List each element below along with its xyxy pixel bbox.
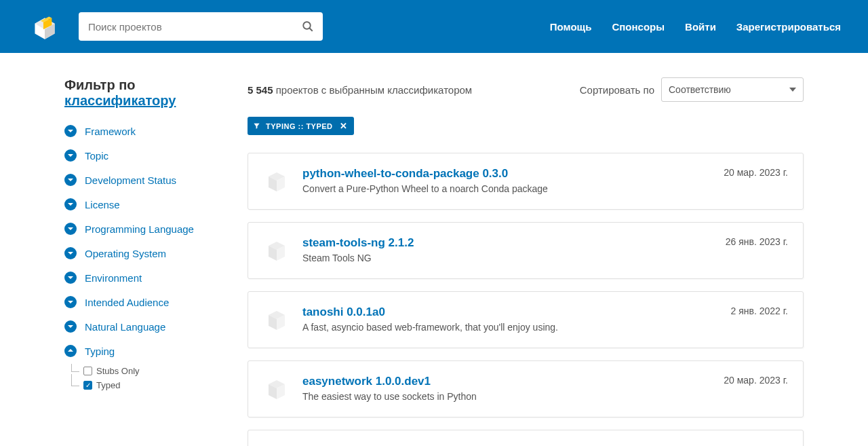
result-description: Convert a Pure-Python Wheel to a noarch … xyxy=(302,183,711,194)
facet-option[interactable]: Typed xyxy=(71,378,227,392)
sidebar: Фильтр по классификатору Framework Topic… xyxy=(64,77,227,446)
facet-label: Topic xyxy=(85,150,108,162)
chevron-down-icon xyxy=(64,296,77,308)
chevron-down-icon xyxy=(64,174,77,186)
facet-label: Intended Audience xyxy=(85,297,169,308)
facet-label: Framework xyxy=(85,126,136,137)
package-icon xyxy=(263,238,290,265)
filter-chip: TYPING :: TYPED ✕ xyxy=(248,117,354,135)
package-icon xyxy=(263,376,290,403)
chip-remove[interactable]: ✕ xyxy=(338,121,349,131)
results-count: 5 545 проектов с выбранным классификатор… xyxy=(248,84,472,96)
results-count-suffix: проектов с выбранным классификатором xyxy=(273,84,473,96)
facet-label: Natural Language xyxy=(85,321,165,333)
facet-label: Development Status xyxy=(85,174,176,186)
results-count-number: 5 545 xyxy=(248,84,273,96)
facet-operating system[interactable]: Operating System xyxy=(64,247,227,259)
header-nav: Помощь Спонсоры Войти Зарегистрироваться xyxy=(550,21,841,33)
chevron-down-icon xyxy=(64,223,77,235)
result-title: steam-tools-ng 2.1.2 xyxy=(302,236,713,250)
result-date: 26 янв. 2023 г. xyxy=(726,236,788,265)
facet-development status[interactable]: Development Status xyxy=(64,174,227,186)
facet-label: Programming Language xyxy=(85,223,194,235)
chevron-down-icon xyxy=(64,125,77,137)
sort-label: Сортировать по xyxy=(580,84,654,96)
result-card[interactable]: cdk-cloudformation-pagerduty-escalationp… xyxy=(248,430,804,446)
facet-license[interactable]: License xyxy=(64,198,227,210)
chevron-up-icon xyxy=(64,345,77,357)
facet-option-label: Typed xyxy=(96,380,120,390)
result-title: python-wheel-to-conda-package 0.3.0 xyxy=(302,167,711,181)
facet-option[interactable]: Stubs Only xyxy=(71,364,227,378)
svg-line-6 xyxy=(309,28,313,31)
facet-topic[interactable]: Topic xyxy=(64,149,227,162)
search-icon xyxy=(302,20,314,33)
facet-intended audience[interactable]: Intended Audience xyxy=(64,296,227,308)
chevron-down-icon xyxy=(64,320,77,333)
facet-option-label: Stubs Only xyxy=(96,366,140,376)
search-form xyxy=(79,12,323,41)
nav-register[interactable]: Зарегистрироваться xyxy=(736,21,841,33)
facet-label: Environment xyxy=(85,272,142,284)
result-card[interactable]: python-wheel-to-conda-package 0.3.0 Conv… xyxy=(248,153,804,210)
chip-label: TYPING :: TYPED xyxy=(266,122,333,130)
sort-select[interactable]: Соответствию xyxy=(661,77,804,102)
result-description: A fast, asyncio based web-framework, tha… xyxy=(302,322,718,333)
chevron-down-icon xyxy=(64,272,77,284)
header: Помощь Спонсоры Войти Зарегистрироваться xyxy=(0,0,868,53)
facet-typing[interactable]: Typing xyxy=(64,345,227,357)
search-input[interactable] xyxy=(79,12,323,41)
search-button[interactable] xyxy=(293,12,323,41)
facet-label: License xyxy=(85,199,120,210)
main-content: 5 545 проектов с выбранным классификатор… xyxy=(248,77,804,446)
result-date: 20 мар. 2023 г. xyxy=(724,167,788,196)
facet-label: Typing xyxy=(85,346,115,357)
result-title: easynetwork 1.0.0.dev1 xyxy=(302,375,711,388)
classifier-link[interactable]: классификатору xyxy=(64,93,176,108)
facet-framework[interactable]: Framework xyxy=(64,125,227,137)
filter-icon xyxy=(253,122,260,130)
result-card[interactable]: easynetwork 1.0.0.dev1 The easiest way t… xyxy=(248,360,804,417)
chevron-down-icon xyxy=(64,247,77,259)
chevron-down-icon xyxy=(64,198,77,210)
facet-programming language[interactable]: Programming Language xyxy=(64,223,227,235)
checkbox[interactable] xyxy=(83,367,92,375)
pypi-logo[interactable] xyxy=(27,9,62,44)
result-date: 2 янв. 2022 г. xyxy=(730,305,788,334)
filter-title: Фильтр по классификатору xyxy=(64,77,227,109)
result-title: tanoshi 0.0.1a0 xyxy=(302,305,718,319)
svg-point-5 xyxy=(303,22,311,29)
result-card[interactable]: steam-tools-ng 2.1.2 Steam Tools NG 26 я… xyxy=(248,222,804,279)
result-description: The easiest way to use sockets in Python xyxy=(302,391,711,402)
facet-label: Operating System xyxy=(85,248,166,259)
facet-natural language[interactable]: Natural Language xyxy=(64,320,227,333)
result-card[interactable]: tanoshi 0.0.1a0 A fast, asyncio based we… xyxy=(248,291,804,348)
package-icon xyxy=(263,307,290,334)
nav-login[interactable]: Войти xyxy=(685,21,716,33)
package-icon xyxy=(263,168,290,196)
result-description: Steam Tools NG xyxy=(302,253,713,263)
facet-environment[interactable]: Environment xyxy=(64,272,227,284)
result-date: 20 мар. 2023 г. xyxy=(724,375,788,403)
checkbox[interactable] xyxy=(83,381,92,390)
chevron-down-icon xyxy=(64,149,77,162)
nav-sponsors[interactable]: Спонсоры xyxy=(612,21,665,33)
filter-label-text: Фильтр по xyxy=(64,77,135,92)
nav-help[interactable]: Помощь xyxy=(550,21,592,33)
